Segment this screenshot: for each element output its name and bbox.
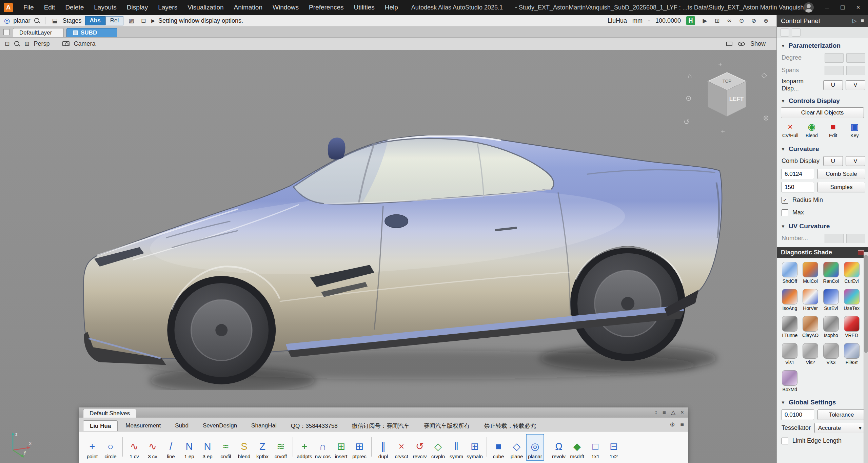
minimize-button[interactable]: – — [820, 1, 834, 14]
samples-button[interactable]: Samples — [817, 182, 865, 192]
tolerance-button[interactable]: Tolerance — [817, 409, 865, 420]
alias-logo-icon[interactable]: A — [4, 3, 13, 12]
search-icon[interactable] — [34, 18, 40, 24]
user-name-label[interactable]: LiuHua — [608, 17, 627, 24]
shelf-tool[interactable]: ↺ revcrv — [411, 434, 429, 461]
shelf-tool[interactable]: □ 1x1 — [586, 434, 605, 461]
panel-scrollbar[interactable] — [864, 252, 868, 463]
menu-item[interactable]: Preferences — [304, 0, 349, 15]
menu-item[interactable]: Layouts — [89, 0, 122, 15]
section-uv-curvature[interactable]: ▼ UV Curvature — [777, 219, 868, 232]
shelf-tool[interactable]: ◇ plane — [508, 434, 526, 461]
shelf-tool[interactable]: ⊞ ptprec — [350, 434, 369, 461]
controls-display-button[interactable]: ◉ Blend — [801, 122, 822, 138]
view-cube-faces[interactable]: TOP LEFT — [703, 70, 751, 121]
spans-v-field[interactable] — [846, 66, 865, 75]
comb-scale-button[interactable]: Comb Scale — [817, 169, 865, 179]
frame-icon[interactable] — [726, 42, 732, 46]
user-avatar[interactable] — [804, 2, 814, 13]
maximize-button[interactable]: □ — [835, 1, 850, 14]
shelf-tool[interactable] — [120, 434, 125, 461]
shelf-tab[interactable]: 微信订阅号：赛闻汽车 — [346, 420, 416, 431]
home-icon[interactable]: ⌂ — [688, 72, 692, 80]
menu-item[interactable]: Layers — [153, 0, 182, 15]
shelf-tool[interactable]: ⊞ insert — [332, 434, 350, 461]
shade-mode-button[interactable]: VRED — [841, 316, 862, 338]
shade-mode-button[interactable]: SurEvl — [821, 289, 842, 311]
diagnostic-shade-header[interactable]: Diagnostic Shade — [777, 247, 868, 258]
control-panel-header[interactable]: Control Panel ▷ ≡ — [777, 15, 868, 27]
snap-icon[interactable]: ⊙ — [737, 16, 746, 25]
shelves-titlebar[interactable]: Default Shelves ↕ ≡ △ × — [79, 407, 688, 418]
shade-mode-button[interactable]: Vis3 — [821, 343, 842, 365]
uv-number-v-field[interactable] — [846, 234, 865, 243]
section-controls-display[interactable]: ▼ Controls Display — [777, 93, 868, 107]
shelf-tool[interactable]: ≋ crvoff — [272, 434, 290, 461]
menu-item[interactable]: Animation — [229, 0, 268, 15]
samples-field[interactable]: 150 — [782, 182, 814, 192]
shade-mode-button[interactable]: RanCol — [821, 262, 842, 284]
menu-icon[interactable]: ≡ — [663, 409, 666, 416]
shelf-tool[interactable]: ■ cube — [489, 434, 508, 461]
comb-u-button[interactable]: U — [823, 156, 843, 166]
perspective-viewport[interactable]: ⊡ ⊞ Persp Camera Show — [0, 38, 776, 463]
shelf-tab[interactable]: Subd — [169, 420, 195, 431]
scale-value[interactable]: 100.0000 — [655, 17, 681, 24]
shelf-tab[interactable]: 禁止转载，转载必究 — [478, 420, 542, 431]
stages-label[interactable]: Stages — [63, 17, 82, 24]
degree-v-field[interactable] — [846, 53, 865, 63]
shelf-tab[interactable]: ShangHai — [245, 420, 283, 431]
shade-mode-button[interactable]: HorVer — [800, 289, 821, 311]
shade-mode-button[interactable]: FileSt — [841, 343, 862, 365]
play-icon[interactable]: ▷ — [852, 18, 856, 24]
section-curvature[interactable]: ▼ Curvature — [777, 142, 868, 155]
shelf-tab[interactable]: Measurement — [119, 420, 167, 431]
controls-display-button[interactable]: ▣ Key — [844, 122, 865, 138]
options-icon[interactable]: ⊛ — [762, 16, 770, 25]
shade-mode-button[interactable]: IsoAng — [780, 289, 800, 311]
menu-item[interactable]: Visualization — [182, 0, 229, 15]
menu-item[interactable]: File — [18, 0, 39, 15]
menu-icon[interactable]: ≡ — [680, 421, 684, 428]
shelf-tool[interactable]: ‖ symm — [447, 434, 466, 461]
limit-edge-checkbox[interactable] — [782, 438, 788, 444]
gear-icon[interactable]: ⊛ — [763, 114, 769, 122]
menu-item[interactable]: Windows — [268, 0, 304, 15]
shelf-tool[interactable]: ∿ 1 cv — [125, 434, 143, 461]
units-label[interactable]: mm — [632, 17, 643, 24]
shelf-tool[interactable] — [544, 434, 550, 461]
shelf-tool[interactable]: N 1 ep — [180, 434, 198, 461]
shelf-tool[interactable]: Ω revolv — [550, 434, 568, 461]
history-badge[interactable]: H — [686, 16, 695, 25]
scrollbar-thumb[interactable] — [864, 255, 868, 353]
dock-icon[interactable] — [858, 250, 864, 255]
shelf-tab[interactable]: QQ：3584433758 — [284, 420, 344, 431]
menu-item[interactable]: Edit — [39, 0, 60, 15]
shelf-tool[interactable]: ∩ nw cos — [314, 434, 332, 461]
shelf-tool[interactable]: ○ circle — [101, 434, 120, 461]
rel-button[interactable]: Rel — [105, 16, 124, 25]
shelves-window-tab[interactable]: Default Shelves — [83, 409, 136, 418]
menu-icon[interactable]: ≡ — [861, 18, 864, 24]
shelf-tool[interactable]: ◎ planar — [526, 434, 544, 461]
camera-icon[interactable] — [62, 41, 70, 46]
menu-item[interactable]: Display — [122, 0, 153, 15]
tessellator-dropdown[interactable]: Accurate ▾ — [814, 423, 865, 433]
shade-mode-button[interactable]: Isopho — [821, 316, 842, 338]
shelf-tool[interactable]: ∿ 3 cv — [143, 434, 162, 461]
shelf-tool[interactable]: × crvsct — [392, 434, 411, 461]
menu-item[interactable]: Delete — [60, 0, 89, 15]
comb-scale-field[interactable]: 6.0124 — [782, 169, 814, 179]
shelf-tool[interactable]: S blend — [235, 434, 253, 461]
construction-plane-icon[interactable]: ▨ — [127, 16, 136, 25]
visibility-eye-icon[interactable] — [738, 42, 745, 46]
controls-display-button[interactable]: ■ Edit — [823, 122, 844, 138]
comb-v-button[interactable]: V — [846, 156, 865, 166]
section-global-settings[interactable]: ▼ Global Settings — [777, 395, 868, 408]
open-view-icon[interactable]: ⊡ — [5, 40, 9, 47]
shelf-tool[interactable]: ⊞ symaln — [466, 434, 484, 461]
rotate-icon[interactable]: ↺ — [684, 118, 690, 126]
magnet-icon[interactable]: ⊘ — [749, 16, 758, 25]
layer-page-icon[interactable] — [3, 29, 9, 35]
camera-label[interactable]: Camera — [74, 40, 96, 47]
